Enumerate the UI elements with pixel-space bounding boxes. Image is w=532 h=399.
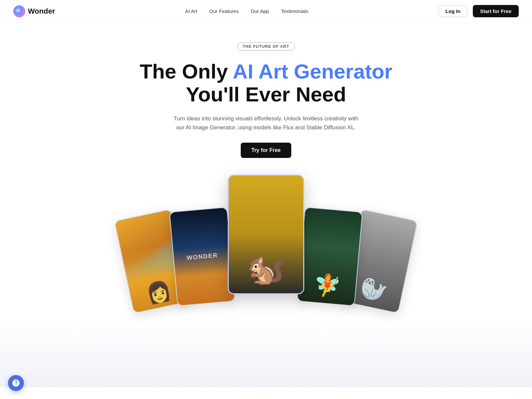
navbar: Wonder AI Art Our Features Our App Testi… [0,0,532,23]
card-image-3 [229,176,303,293]
bottom-gradient [0,321,532,387]
card-3 [228,175,304,294]
support-icon [12,379,20,387]
nav-link-features[interactable]: Our Features [209,8,239,14]
start-button[interactable]: Start for Free [473,5,519,17]
hero-title-blue: AI Art Generator [233,60,392,83]
card-image-4 [297,207,362,306]
nav-link-ai-art[interactable]: AI Art [185,8,198,14]
hero-badge: THE FUTURE OF ART [237,43,295,51]
try-free-button[interactable]: Try for Free [241,143,291,158]
logo[interactable]: Wonder [13,5,55,17]
hero-title-end: You'll Ever Need [186,83,346,106]
hero-title-plain: The Only [140,60,233,83]
hero-section: THE FUTURE OF ART The Only AI Art Genera… [0,23,532,168]
hero-title: The Only AI Art Generator You'll Ever Ne… [7,60,525,106]
nav-actions: Log In Start for Free [439,5,519,17]
login-button[interactable]: Log In [439,5,467,17]
logo-text: Wonder [28,7,55,16]
cards-section [0,168,532,321]
nav-links: AI Art Our Features Our App Testimonials [185,8,309,14]
nav-link-app[interactable]: Our App [251,8,269,14]
hero-subtitle: Turn ideas into stunning visuals effortl… [173,114,359,132]
card-4 [297,207,363,306]
card-2 [169,207,235,306]
logo-icon [13,5,25,17]
card-image-2 [170,207,235,306]
nav-link-testimonials[interactable]: Testimonials [281,8,309,14]
